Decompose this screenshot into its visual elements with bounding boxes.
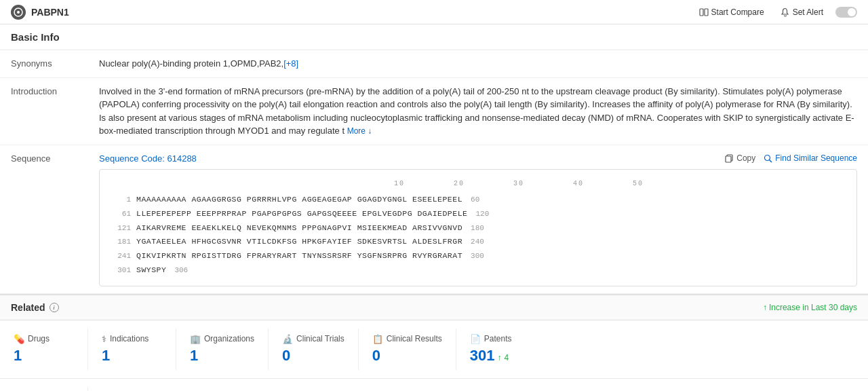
- seq-line-text: YGATAEELEA HFHGCGSVNR VTILCDKFSG HPKGFAY…: [136, 235, 462, 249]
- seq-line-num: 181: [111, 236, 131, 249]
- sequence-line: 1MAAAAAAAAA AGAAGGRGSG PGRRRHLVPG AGGEAG…: [111, 193, 846, 207]
- seq-line-text: SWYSPY: [136, 263, 166, 278]
- stat-value: 1: [190, 347, 254, 365]
- stat-value: 0: [372, 347, 442, 365]
- stat-increase-num: 4: [504, 353, 509, 362]
- header-left: PABPN1: [11, 5, 69, 20]
- logo-icon: [11, 5, 26, 20]
- sequence-line: 301SWYSPY306: [111, 263, 846, 278]
- sequence-value: Sequence Code: 614288 Copy Find Similar …: [99, 152, 857, 286]
- copy-button[interactable]: Copy: [725, 153, 755, 163]
- sequence-box: 10 20 30 40 50 1MAAAAAAAAA AGAAGGRGSG PG…: [99, 169, 857, 286]
- patents-icon: 📄: [470, 334, 481, 344]
- set-alert-button[interactable]: Set Alert: [776, 6, 827, 18]
- seq-line-num: 121: [111, 222, 131, 236]
- sequence-line: 181YGATAEELEA HFHGCGSVNR VTILCDKFSG HPKG…: [111, 235, 846, 249]
- seq-line-text: MAAAAAAAAA AGAAGGRGSG PGRRRHLVPG AGGEAGE…: [136, 193, 462, 207]
- clinical-trials-icon: 🔬: [282, 334, 293, 344]
- seq-line-num: 301: [111, 264, 131, 278]
- stat-value: 0: [282, 347, 344, 365]
- svg-point-1: [17, 11, 20, 14]
- seq-line-text: QIKVIPKRTN RPGISTTDRG FPRARYRART TNYNSSR…: [136, 249, 462, 263]
- seq-line-end: 300: [471, 250, 484, 263]
- stat-value: 1: [102, 347, 162, 365]
- sequence-label: Sequence: [11, 152, 99, 164]
- compare-icon: [699, 7, 709, 17]
- seq-line-end: 120: [475, 208, 489, 221]
- indications-icon: ⚕: [102, 334, 106, 344]
- sequence-line: 121AIKARVREME EEAEKLKELQ NEVEKQMNMS PPPG…: [111, 221, 846, 236]
- stat-label-text: Organizations: [204, 334, 254, 343]
- seq-line-num: 1: [111, 193, 131, 207]
- stat-item[interactable]: 📋 Clinical Results 0: [359, 329, 456, 370]
- sequence-line: 61LLEPEPEPEPP EEEPPRPRAP PGAPGPGPGS GAPG…: [111, 207, 846, 221]
- drugs-icon: 💊: [14, 334, 24, 344]
- stat-item[interactable]: 📄 Patents 301↑4: [456, 329, 545, 370]
- introduction-value: Involved in the 3'-end formation of mRNA…: [99, 85, 857, 138]
- more-link[interactable]: More ↓: [347, 126, 372, 136]
- clinical-results-icon: 📋: [372, 334, 383, 344]
- introduction-label: Introduction: [11, 85, 99, 96]
- basic-info-section-header: Basic Info: [0, 24, 868, 50]
- svg-rect-3: [705, 9, 708, 16]
- stat-label-text: Clinical Results: [387, 334, 442, 343]
- stat-value: 301: [470, 347, 495, 365]
- svg-point-6: [765, 155, 770, 160]
- find-similar-button[interactable]: Find Similar Sequence: [764, 153, 857, 163]
- start-compare-button[interactable]: Start Compare: [695, 6, 768, 18]
- stat-increase-icon: ↑: [497, 353, 501, 362]
- stat-label-text: Patents: [484, 334, 512, 343]
- stat-label-text: Indications: [110, 334, 149, 343]
- sequence-actions: Copy Find Similar Sequence: [725, 153, 857, 163]
- header: PABPN1 Start Compare Set Alert: [0, 0, 868, 24]
- sequence-row: Sequence Sequence Code: 614288 Copy: [0, 145, 868, 294]
- seq-line-text: AIKARVREME EEAEKLKELQ NEVEKQMNMS PPPGNAG…: [136, 221, 462, 236]
- increase-arrow-icon: ↑: [763, 303, 767, 312]
- svg-line-7: [770, 160, 772, 162]
- seq-line-end: 306: [174, 264, 188, 278]
- stat-item[interactable]: ⚕ Indications 1: [88, 329, 176, 370]
- synonyms-row: Synonyms Nuclear poly(A)-binding protein…: [0, 50, 868, 78]
- stat-item[interactable]: 💊 Drugs 1: [0, 329, 88, 370]
- stat-item[interactable]: 📚 Literatures 438: [0, 387, 88, 391]
- stat-item[interactable]: 🏢 Organizations 1: [176, 329, 269, 370]
- seq-line-end: 60: [471, 193, 479, 207]
- related-header: Related i ↑ Increase in Last 30 days: [0, 294, 868, 320]
- related-title: Related i: [11, 302, 59, 313]
- copy-icon: [725, 154, 734, 163]
- header-right: Start Compare Set Alert: [695, 6, 857, 18]
- seq-line-num: 241: [111, 250, 131, 263]
- stats-grid: 💊 Drugs 1 ⚕ Indications 1 🏢 Organization…: [0, 320, 868, 379]
- synonyms-value: Nuclear poly(A)-binding protein 1,OPMD,P…: [99, 57, 857, 71]
- seq-line-num: 61: [111, 208, 131, 221]
- stat-item[interactable]: 🔬 Clinical Trials 0: [269, 329, 359, 370]
- sequence-line: 241QIKVIPKRTN RPGISTTDRG FPRARYRART TNYN…: [111, 249, 846, 263]
- sequence-code-link[interactable]: Sequence Code: 614288: [99, 152, 197, 166]
- svg-rect-5: [726, 156, 731, 162]
- seq-line-text: LLEPEPEPEPP EEEPPRPRAP PGAPGPGPGS GAPGSQ…: [136, 207, 467, 221]
- sequence-lines: 1MAAAAAAAAA AGAAGGRGSG PGRRRHLVPG AGGEAG…: [111, 193, 846, 278]
- svg-rect-2: [700, 9, 703, 16]
- sequence-ruler: 10 20 30 40 50: [111, 178, 846, 193]
- seq-line-end: 180: [471, 222, 484, 236]
- synonyms-more-link[interactable]: [+8]: [283, 58, 298, 69]
- stats-grid2: 📚 Literatures 438 📰 News 4↑2: [0, 379, 868, 391]
- related-info-icon: i: [50, 303, 59, 312]
- find-similar-icon: [764, 154, 772, 163]
- stat-label-text: Drugs: [28, 334, 50, 343]
- organizations-icon: 🏢: [190, 334, 201, 344]
- stat-label-text: Clinical Trials: [296, 334, 344, 343]
- stat-value: 1: [14, 347, 74, 365]
- stat-item[interactable]: 📰 News 4↑2: [88, 387, 176, 391]
- page-title: PABPN1: [31, 7, 69, 18]
- synonyms-label: Synonyms: [11, 57, 99, 69]
- toggle-switch[interactable]: [835, 7, 857, 18]
- increase-label: ↑ Increase in Last 30 days: [763, 303, 857, 312]
- alert-icon: [781, 7, 790, 17]
- introduction-row: Introduction Involved in the 3'-end form…: [0, 78, 868, 145]
- seq-line-end: 240: [471, 236, 484, 249]
- sequence-header-row: Sequence Code: 614288 Copy Find Similar …: [99, 152, 857, 166]
